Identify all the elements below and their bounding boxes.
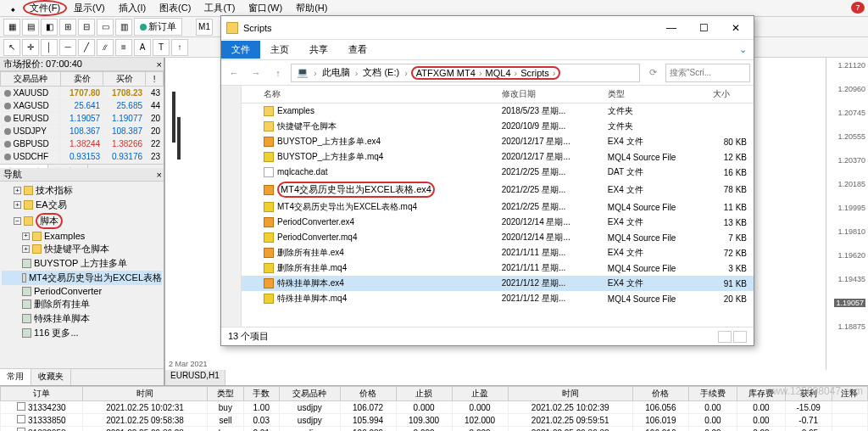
ribbon-share[interactable]: 共享 <box>299 41 338 59</box>
tree-experts[interactable]: +EA交易 <box>2 198 162 212</box>
menu-file[interactable]: 文件(F) <box>23 0 67 16</box>
quote-row[interactable]: GBPUSD1.382441.3826622 <box>1 137 164 150</box>
file-list[interactable]: 名称 修改日期 类型 大小 Examples2018/5/23 星期...文件夹… <box>242 86 754 327</box>
col-type[interactable]: 类型 <box>601 86 706 104</box>
minimize-button[interactable]: — <box>659 22 684 34</box>
nav-tab-fav[interactable]: 收藏夹 <box>31 369 71 385</box>
col-sl[interactable]: 止损 <box>396 387 452 401</box>
col-tp[interactable]: 止盈 <box>452 387 508 401</box>
file-row[interactable]: MT4交易历史导出为EXCEL表格.ex42021/2/25 星期...EX4 … <box>242 180 754 199</box>
col-date[interactable]: 修改日期 <box>495 86 601 104</box>
col-ctime[interactable]: 时间 <box>508 387 632 401</box>
col-symbol[interactable]: 交易品种 <box>1 72 61 87</box>
ribbon-expand[interactable]: ⌄ <box>732 44 754 55</box>
tree-excel[interactable]: MT4交易历史导出为EXCEL表格 <box>2 271 162 285</box>
file-row[interactable]: 删除所有挂单.ex42021/1/11 星期...EX4 文件72 KB <box>242 245 754 260</box>
file-row[interactable]: 删除所有挂单.mq42021/1/11 星期...MQL4 Source Fil… <box>242 260 754 276</box>
tree-more[interactable]: 116 更多... <box>2 326 162 340</box>
tree-scripts[interactable]: −脚本 <box>2 212 162 230</box>
tree-delall[interactable]: 删除所有挂单 <box>2 297 162 311</box>
new-order-button[interactable]: 新订单 <box>134 18 182 36</box>
file-row[interactable]: 特殊挂单脚本.mq42021/1/12 星期...MQL4 Source Fil… <box>242 291 754 306</box>
quote-row[interactable]: XAUUSD1707.801708.2343 <box>1 87 164 100</box>
quote-row[interactable]: EURUSD1.190571.1907720 <box>1 112 164 125</box>
up-button[interactable]: ↑ <box>269 64 287 82</box>
menu-chart[interactable]: 图表(C) <box>153 0 198 16</box>
file-row[interactable]: BUYSTOP_上方挂多单.mq42020/12/17 星期...MQL4 So… <box>242 149 754 165</box>
tb-term[interactable]: ▭ <box>97 19 114 36</box>
close-icon[interactable]: × <box>157 59 162 70</box>
file-row[interactable]: 快捷键平仓脚本2020/10/9 星期...文件夹 <box>242 119 754 134</box>
nav-tab-common[interactable]: 常用 <box>0 369 31 385</box>
tb-market[interactable]: ⊞ <box>59 19 76 36</box>
tree-special[interactable]: 特殊挂单脚本 <box>2 311 162 326</box>
file-row[interactable]: PeriodConverter.mq42020/12/14 星期...MQL4 … <box>242 230 754 245</box>
file-row[interactable]: Examples2018/5/23 星期...文件夹 <box>242 104 754 120</box>
file-row[interactable]: mqlcache.dat2021/2/25 星期...DAT 文件16 KB <box>242 165 754 180</box>
tb-vline[interactable]: │ <box>41 39 58 56</box>
file-row[interactable]: PeriodConverter.ex42020/12/14 星期...EX4 文… <box>242 215 754 230</box>
tb-tf-m1[interactable]: M1 <box>196 19 213 36</box>
menu-view[interactable]: 显示(V) <box>67 0 112 16</box>
tb-profile[interactable]: ◧ <box>41 19 58 36</box>
tb-trend[interactable]: ╱ <box>78 39 95 56</box>
notification-badge[interactable]: 7 <box>851 2 865 14</box>
order-row[interactable]: 313329582021.02.25 09:36:28buy0.01usdjpy… <box>1 427 868 432</box>
col-cprice[interactable]: 价格 <box>632 387 688 401</box>
explorer-window[interactable]: Scripts — ☐ ✕ 文件 主页 共享 查看 ⌄ ← → ↑ 💻› 此电脑… <box>220 15 754 346</box>
tree-examples[interactable]: +Examples <box>2 230 162 242</box>
refresh-button[interactable]: ⟳ <box>643 64 662 82</box>
close-icon[interactable]: × <box>157 170 162 180</box>
col-name[interactable]: 名称 <box>257 86 495 104</box>
forward-button[interactable]: → <box>247 64 265 82</box>
tree-indicators[interactable]: +技术指标 <box>2 183 162 198</box>
quote-row[interactable]: XAGUSD25.64125.68544 <box>1 99 164 112</box>
tb-text[interactable]: A <box>134 39 151 56</box>
col-sym[interactable]: 交易品种 <box>279 387 340 401</box>
col-order[interactable]: 订单 <box>1 387 83 401</box>
tb-fib[interactable]: ≡ <box>115 39 132 56</box>
file-row[interactable]: BUYSTOP_上方挂多单.ex42020/12/17 星期...EX4 文件8… <box>242 134 754 149</box>
tb-channel[interactable]: ⫽ <box>97 39 114 56</box>
col-price[interactable]: 价格 <box>340 387 396 401</box>
maximize-button[interactable]: ☐ <box>691 22 716 34</box>
ribbon-view[interactable]: 查看 <box>338 41 377 59</box>
view-icons[interactable] <box>733 331 747 343</box>
order-row[interactable]: 313342302021.02.25 10:02:31buy1.00usdjpy… <box>1 401 868 414</box>
col-size[interactable]: 大小 <box>706 86 754 104</box>
tree-quickclose[interactable]: +快捷键平仓脚本 <box>2 242 162 256</box>
col-time[interactable]: 时间 <box>82 387 207 401</box>
tb-hline[interactable]: ─ <box>59 39 76 56</box>
tb-nav[interactable]: ⊟ <box>78 19 95 36</box>
col-lots[interactable]: 手数 <box>243 387 279 401</box>
tree-buystop[interactable]: BUYSTOP 上方挂多单 <box>2 256 162 271</box>
file-row[interactable]: MT4交易历史导出为EXCEL表格.mq42021/2/25 星期...MQL4… <box>242 199 754 215</box>
quote-row[interactable]: USDJPY108.367108.38720 <box>1 125 164 137</box>
chart-tab[interactable]: EURUSD,H1 <box>165 370 225 385</box>
close-button[interactable]: ✕ <box>723 22 748 34</box>
tb-new[interactable]: ▦ <box>3 19 20 36</box>
menu-help[interactable]: 帮助(H) <box>289 0 334 16</box>
order-row[interactable]: 313338502021.02.25 09:58:38sell0.03usdjp… <box>1 414 868 427</box>
col-type[interactable]: 类型 <box>208 387 243 401</box>
tb-cross[interactable]: ✛ <box>22 39 39 56</box>
tb-label[interactable]: T <box>153 39 170 56</box>
file-row[interactable]: 特殊挂单脚本.ex42021/1/12 星期...EX4 文件91 KB <box>242 276 754 291</box>
tb-open[interactable]: ▤ <box>22 19 39 36</box>
ribbon-file[interactable]: 文件 <box>221 41 260 59</box>
tb-cursor[interactable]: ↖ <box>3 39 20 56</box>
col-spread[interactable]: ! <box>146 72 164 87</box>
menu-insert[interactable]: 插入(I) <box>112 0 153 16</box>
search-input[interactable] <box>665 64 750 82</box>
col-bid[interactable]: 卖价 <box>61 72 103 87</box>
address-bar[interactable]: 💻› 此电脑› 文档 (E:)› ATFXGM MT4›MQL4›Scripts… <box>291 64 640 82</box>
col-comm[interactable]: 手续费 <box>688 387 737 401</box>
tb-arrow[interactable]: ↑ <box>171 39 188 56</box>
explorer-sidebar[interactable] <box>221 86 242 327</box>
ribbon-home[interactable]: 主页 <box>260 41 299 59</box>
back-button[interactable]: ← <box>225 64 243 82</box>
menu-window[interactable]: 窗口(W) <box>242 0 289 16</box>
tb-test[interactable]: ▥ <box>115 19 132 36</box>
view-details[interactable] <box>718 331 732 343</box>
menu-tools[interactable]: 工具(T) <box>198 0 242 16</box>
